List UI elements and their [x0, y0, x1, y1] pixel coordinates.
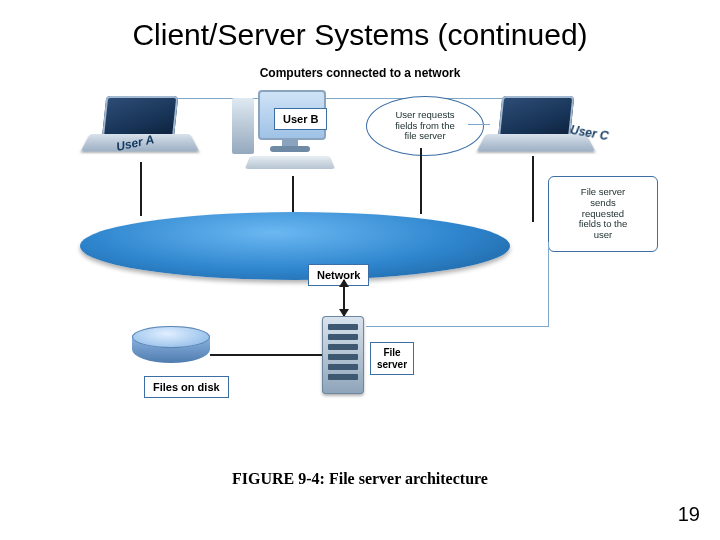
user-a-laptop-icon: [90, 96, 190, 166]
page-number: 19: [678, 503, 700, 526]
request-callout: User requests fields from the file serve…: [366, 96, 484, 156]
disk-icon: [132, 326, 210, 370]
diagram-subtitle: Computers connected to a network: [0, 66, 720, 80]
callout-connector: [366, 326, 548, 327]
diagram: User A User B User C User requests field…: [70, 80, 650, 420]
connector: [420, 148, 422, 214]
figure-caption: FIGURE 9-4: File server architecture: [0, 470, 720, 488]
connector: [532, 156, 534, 222]
slide-title: Client/Server Systems (continued): [0, 18, 720, 52]
user-b-label: User B: [274, 108, 327, 130]
response-callout-text: File server sends requested fields to th…: [579, 187, 628, 242]
connector: [140, 162, 142, 216]
response-callout: File server sends requested fields to th…: [548, 176, 658, 252]
file-server-icon: [322, 316, 364, 394]
callout-connector: [468, 124, 490, 125]
request-callout-text: User requests fields from the file serve…: [395, 110, 455, 143]
connector: [292, 176, 294, 216]
connector: [210, 354, 322, 356]
user-b-desktop-icon: [226, 90, 356, 190]
callout-connector: [548, 242, 549, 327]
files-on-disk-label: Files on disk: [144, 376, 229, 398]
network-icon: [80, 212, 510, 280]
connector-arrow: [343, 280, 345, 316]
file-server-label: File server: [370, 342, 414, 375]
